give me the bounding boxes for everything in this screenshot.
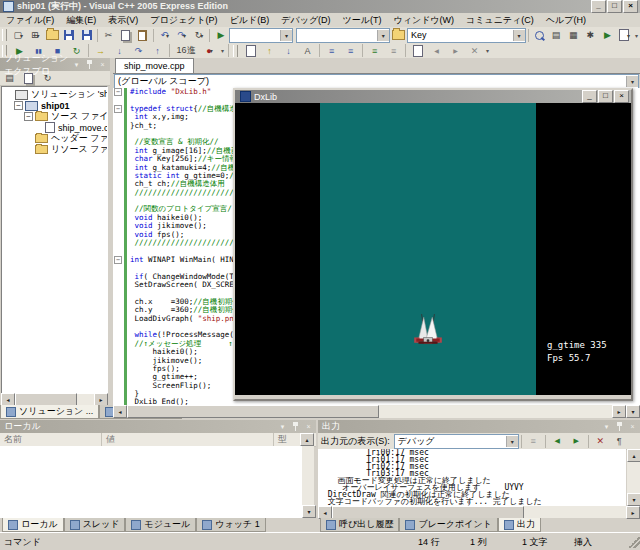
options-button[interactable]: ✱	[582, 27, 599, 44]
tree-item-リソース ファイル[interactable]: リソース ファイル	[2, 144, 107, 155]
tab-モジュール[interactable]: モジュール	[125, 518, 196, 532]
find-combo[interactable]: Key ▾	[407, 28, 526, 43]
maximize-button[interactable]: □	[607, 0, 622, 13]
tab-スレッド[interactable]: スレッド	[64, 518, 126, 532]
show-next-statement-button[interactable]: →	[91, 42, 110, 59]
minimize-button[interactable]: _	[591, 0, 606, 13]
editor-vscrollbar-down[interactable]: ▾	[626, 405, 640, 418]
toolbar-overflow-chevron[interactable]: ▾	[486, 47, 489, 54]
menu-item[interactable]: デバッグ(D)	[275, 13, 336, 28]
save-button[interactable]	[61, 27, 78, 44]
bookmark-prev-button[interactable]: ◀	[427, 42, 446, 59]
menu-item[interactable]: 編集(E)	[60, 13, 102, 28]
solution-tree[interactable]: ソリューション 'ship01' (1 プロジ−ship01−ソース ファイルs…	[1, 86, 108, 394]
navigate-button[interactable]: ↻▾	[190, 27, 207, 44]
menu-item[interactable]: ツール(T)	[337, 13, 388, 28]
find-folder-button[interactable]	[390, 27, 407, 44]
output-vscrollbar[interactable]: ▴ ▾	[627, 449, 640, 506]
properties-window-button[interactable]: ▤	[548, 27, 565, 44]
toolbox-button[interactable]: ▦	[565, 27, 582, 44]
hex-display-button[interactable]: 16進	[172, 42, 200, 59]
resize-grip[interactable]	[628, 536, 640, 548]
tab-呼び出し履歴[interactable]: 呼び出し履歴	[320, 518, 399, 532]
refresh-icon[interactable]: ↻	[38, 70, 57, 87]
window-position-icon[interactable]: ▾	[601, 421, 612, 432]
locals-titlebar[interactable]: ローカル ▾ ×	[0, 420, 316, 433]
find-in-files-button[interactable]	[530, 27, 547, 44]
window-titlebar[interactable]: ship01 (実行中) - Visual C++ 2005 Express E…	[0, 0, 640, 13]
toolbar-overflow-chevron[interactable]: ▾	[221, 47, 224, 54]
bookmark-clear-button[interactable]: ✕	[465, 42, 484, 59]
platform-combo[interactable]: ▾	[296, 28, 390, 43]
paste-button[interactable]	[134, 27, 151, 44]
expander-icon[interactable]: −	[24, 112, 33, 121]
indent-button[interactable]: ≡	[341, 42, 360, 59]
bookmark-button[interactable]	[408, 42, 427, 59]
add-item-button[interactable]: ⊞▾	[27, 27, 44, 44]
menu-item[interactable]: コミュニティ(C)	[460, 13, 540, 28]
editor-hscrollbar[interactable]: ◂ ▸	[113, 405, 626, 418]
step-over-button[interactable]: ↷	[129, 42, 148, 59]
column-name[interactable]: 名前	[0, 433, 102, 446]
toolbar-overflow-chevron[interactable]: ▾	[635, 32, 638, 39]
prev-message-button[interactable]: ◀	[548, 433, 567, 450]
menu-item[interactable]: ウィンドウ(W)	[388, 13, 461, 28]
close-icon[interactable]: ×	[627, 421, 638, 432]
goto-message-button[interactable]: ≡	[524, 433, 543, 450]
clear-all-button[interactable]: ✕	[591, 433, 610, 450]
output-log[interactable]: Tri00:17 msec Tri01:17 msec Tri02:17 mse…	[318, 449, 626, 506]
new-project-button[interactable]: ▢▾	[10, 27, 27, 44]
menu-item[interactable]: ヘルプ(H)	[540, 13, 592, 28]
next-message-button[interactable]: ▶	[567, 433, 586, 450]
start-debug-button[interactable]: ▶	[212, 27, 229, 44]
toolbar-grip[interactable]	[233, 45, 238, 57]
outdent-button[interactable]: ≡	[322, 42, 341, 59]
menu-item[interactable]: ファイル(F)	[0, 13, 60, 28]
cut-button[interactable]: ✂	[100, 27, 117, 44]
game-maximize-button[interactable]: □	[598, 90, 613, 103]
tab-ローカル[interactable]: ローカル	[2, 518, 64, 532]
save-all-button[interactable]	[78, 27, 95, 44]
solution-explorer-button[interactable]: ▶	[599, 27, 616, 44]
auto-hide-pin-icon[interactable]	[84, 59, 95, 70]
locals-grid[interactable]	[0, 446, 302, 518]
game-close-button[interactable]: ×	[614, 90, 629, 103]
auto-hide-pin-icon[interactable]	[290, 421, 301, 432]
column-type[interactable]: 型	[274, 433, 300, 446]
tab-ウォッチ 1[interactable]: ウォッチ 1	[196, 518, 265, 532]
menu-item[interactable]: ビルド(B)	[224, 13, 276, 28]
properties-icon[interactable]: ▤	[0, 70, 19, 87]
auto-hide-pin-icon[interactable]	[614, 421, 625, 432]
other-windows-button[interactable]: ▾	[616, 27, 633, 44]
tab-ソリューション ...[interactable]: ソリューション ...	[0, 405, 99, 419]
display-objects-button[interactable]	[241, 42, 260, 59]
show-all-files-icon[interactable]	[19, 70, 38, 87]
close-icon[interactable]: ×	[303, 421, 314, 432]
copy-button[interactable]	[117, 27, 134, 44]
game-minimize-button[interactable]: _	[582, 90, 597, 103]
word-wrap-button[interactable]: ¶	[610, 433, 629, 450]
menu-item[interactable]: プロジェクト(P)	[144, 13, 223, 28]
bookmark-next-button[interactable]: ▶	[446, 42, 465, 59]
step-into-button[interactable]: ↓	[110, 42, 129, 59]
output-source-dropdown[interactable]: デバッグ ▾	[394, 434, 519, 449]
output-hscrollbar[interactable]: ◂ ▸	[318, 506, 640, 518]
open-file-button[interactable]	[44, 27, 61, 44]
window-position-icon[interactable]: ▾	[71, 59, 82, 70]
close-button[interactable]: ×	[623, 0, 638, 13]
tab-ブレークポイント[interactable]: ブレークポイント	[399, 518, 497, 532]
tree-item-ソース ファイル[interactable]: −ソース ファイル	[2, 111, 107, 122]
close-icon[interactable]: ×	[97, 59, 108, 70]
breakpoints-window-button[interactable]: ●▾	[200, 42, 219, 59]
column-value[interactable]: 値	[102, 433, 274, 446]
expander-icon[interactable]: −	[14, 101, 23, 110]
locals-vscrollbar[interactable]: ▾	[302, 446, 314, 518]
config-combo[interactable]: ▾	[229, 28, 293, 43]
redo-button[interactable]: ↷▾	[173, 27, 190, 44]
font-button[interactable]: A	[298, 42, 317, 59]
step-out-button[interactable]: ↑	[148, 42, 167, 59]
comment-button[interactable]: ≡	[365, 42, 384, 59]
tree-item-ソリューション 'ship01' (1 プロジ[interactable]: ソリューション 'ship01' (1 プロジ	[2, 89, 107, 100]
output-titlebar[interactable]: 出力 ▾ ×	[318, 420, 640, 433]
solution-tree-hscrollbar[interactable]: ◂ ▸	[1, 394, 108, 405]
